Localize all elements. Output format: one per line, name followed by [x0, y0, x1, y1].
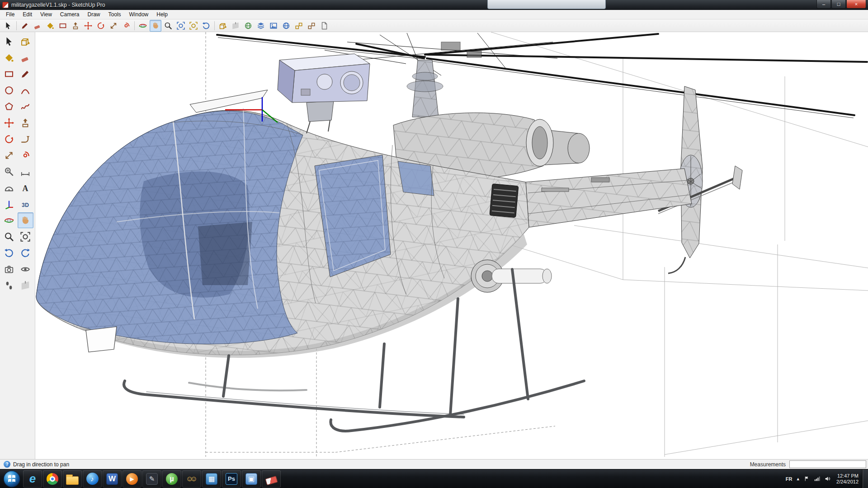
show-desktop-button[interactable] — [862, 469, 868, 488]
make-component-button[interactable] — [18, 33, 33, 49]
menu-file[interactable]: File — [2, 10, 19, 19]
tb-section-plane-button[interactable] — [230, 20, 241, 32]
tb-model-info-button[interactable] — [318, 20, 330, 32]
tb-paint-bucket-button[interactable] — [44, 20, 56, 32]
close-button[interactable]: × — [846, 0, 866, 9]
pan-tool-button[interactable] — [18, 212, 33, 228]
offset-tool-button[interactable] — [18, 147, 33, 163]
protractor-tool-button[interactable] — [1, 180, 17, 196]
tail-boom[interactable] — [526, 169, 692, 227]
cockpit-canopy[interactable] — [36, 108, 303, 352]
menu-draw[interactable]: Draw — [84, 10, 104, 19]
tb-add-location-button[interactable] — [242, 20, 254, 32]
look-around-button[interactable] — [18, 261, 33, 277]
text-tool-button[interactable] — [18, 180, 33, 196]
circle-tool-button[interactable] — [1, 82, 17, 98]
menu-view[interactable]: View — [36, 10, 56, 19]
menu-edit[interactable]: Edit — [19, 10, 36, 19]
tb-select-button[interactable] — [2, 20, 14, 32]
maximize-button[interactable]: □ — [831, 0, 846, 9]
taskbar-clock[interactable]: 12:47 PM 2/24/2012 — [833, 473, 862, 485]
vent-grille[interactable] — [490, 184, 519, 218]
tb-zoom-window-button[interactable] — [175, 20, 187, 32]
action-center-icon[interactable] — [802, 469, 812, 488]
tb-orbit-button[interactable] — [137, 20, 149, 32]
freehand-tool-button[interactable] — [18, 99, 33, 114]
eraser-tool-button[interactable] — [18, 50, 33, 66]
tb-eraser-button[interactable] — [32, 20, 43, 32]
helicopter-model[interactable] — [35, 32, 868, 459]
paint-bucket-button[interactable] — [1, 50, 17, 66]
photoshop-icon[interactable]: Ps — [222, 470, 241, 488]
tb-move-button[interactable] — [82, 20, 94, 32]
contacts-icon[interactable]: ☺☺ — [182, 470, 201, 488]
line-tool-button[interactable] — [18, 66, 33, 82]
tb-scale-button[interactable] — [108, 20, 119, 32]
volume-icon[interactable] — [822, 469, 833, 488]
image-viewer-icon[interactable]: ▣ — [242, 470, 261, 488]
menu-camera[interactable]: Camera — [56, 10, 84, 19]
tb-line-button[interactable] — [19, 20, 31, 32]
menu-window[interactable]: Window — [125, 10, 153, 19]
photo-gallery-icon[interactable]: ▦ — [202, 470, 221, 488]
menu-tools[interactable]: Tools — [104, 10, 125, 19]
windows-explorer-icon[interactable] — [63, 470, 82, 488]
itunes-icon[interactable]: ♪ — [83, 470, 102, 488]
notes-app-icon[interactable]: ✎ — [142, 470, 161, 488]
rectangle-tool-button[interactable] — [1, 66, 17, 82]
word-icon[interactable]: W — [103, 470, 122, 488]
help-icon[interactable]: ? — [4, 461, 10, 468]
tape-measure-button[interactable] — [1, 164, 17, 179]
next-view-button[interactable] — [18, 245, 33, 261]
orbit-tool-button[interactable] — [1, 212, 17, 228]
tb-offset-button[interactable] — [120, 20, 132, 32]
tb-photo-textures-button[interactable] — [268, 20, 279, 32]
follow-me-tool-button[interactable] — [18, 131, 33, 147]
internet-explorer-icon[interactable]: e — [23, 470, 42, 488]
tb-preview-earth-button[interactable] — [280, 20, 292, 32]
move-tool-button[interactable] — [1, 115, 17, 131]
polygon-tool-button[interactable] — [1, 99, 17, 114]
menu-label: View — [40, 11, 52, 18]
position-camera-button[interactable] — [1, 261, 17, 277]
tb-rotate-button[interactable] — [95, 20, 107, 32]
previous-view-button[interactable] — [1, 245, 17, 261]
network-icon[interactable] — [812, 469, 822, 488]
language-indicator[interactable]: FR — [783, 469, 795, 488]
menu-help[interactable]: Help — [152, 10, 172, 19]
section-plane-button[interactable] — [18, 277, 33, 293]
title-bar[interactable]: militarygazelleV1.1.skp - SketchUp Pro –… — [0, 0, 868, 10]
hidden-icons-button[interactable]: ▴ — [795, 469, 802, 488]
axes-tool-button[interactable] — [1, 196, 17, 212]
rotate-tool-button[interactable] — [1, 131, 17, 147]
utorrent-icon[interactable]: µ — [162, 470, 181, 488]
gun-pod[interactable] — [471, 260, 552, 292]
arc-tool-button[interactable] — [18, 82, 33, 98]
media-player-icon[interactable]: ▶ — [123, 470, 142, 488]
tb-toggle-terrain-button[interactable] — [255, 20, 267, 32]
walk-tool-button[interactable] — [1, 277, 17, 293]
sensor-pod[interactable] — [278, 54, 370, 133]
eraser-app-icon[interactable] — [262, 470, 281, 488]
start-button[interactable] — [3, 470, 21, 488]
dimension-tool-button[interactable] — [18, 164, 33, 179]
zoom-extents-button[interactable] — [18, 229, 33, 244]
threed-text-tool-button[interactable] — [18, 196, 33, 212]
tb-get-models-button[interactable] — [293, 20, 305, 32]
tb-push-pull-button[interactable] — [70, 20, 81, 32]
tb-share-model-button[interactable] — [306, 20, 317, 32]
tb-previous-view-button[interactable] — [200, 20, 212, 32]
tb-rectangle-button[interactable] — [57, 20, 69, 32]
push-pull-tool-button[interactable] — [18, 115, 33, 131]
tb-pan-button[interactable] — [150, 20, 161, 32]
tb-make-component-button[interactable] — [217, 20, 229, 32]
model-viewport[interactable] — [35, 32, 868, 459]
chrome-icon[interactable] — [43, 470, 62, 488]
zoom-tool-button[interactable] — [1, 229, 17, 244]
tb-zoom-extents-button[interactable] — [188, 20, 199, 32]
measurements-field[interactable] — [789, 460, 866, 468]
tb-zoom-button[interactable] — [162, 20, 174, 32]
scale-tool-button[interactable] — [1, 147, 17, 163]
select-tool-button[interactable] — [1, 33, 17, 49]
minimize-button[interactable]: – — [816, 0, 831, 9]
